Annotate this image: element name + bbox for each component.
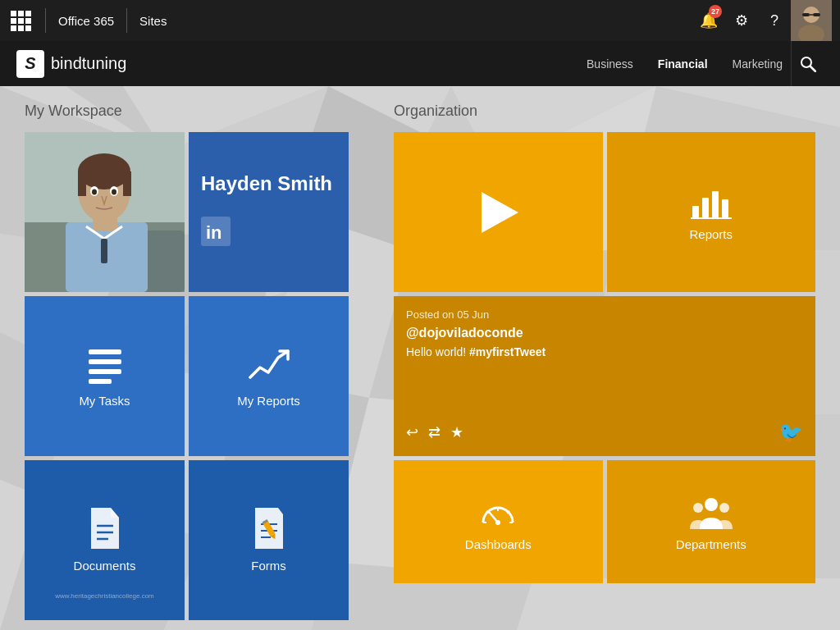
svg-line-7 [810, 66, 815, 71]
svg-rect-54 [89, 379, 112, 384]
svg-rect-65 [692, 206, 699, 217]
tweet-handle: @dojoviladoconde [406, 326, 803, 340]
logo-s-letter: S [25, 54, 35, 73]
dashboards-label: Dashboards [465, 537, 532, 551]
tweet-text-normal: Hello world! [406, 345, 469, 358]
svg-rect-53 [89, 369, 121, 374]
linkedin-logo: in [201, 217, 231, 246]
notification-bell-button[interactable]: 🔔 27 [692, 0, 725, 41]
main-content: My Workspace [0, 86, 840, 630]
watermark-text: www.heritagechristiancollege.com [25, 592, 185, 600]
svg-point-78 [693, 503, 703, 513]
svg-point-46 [92, 189, 97, 195]
reports-trend-icon [249, 345, 290, 384]
tweet-action-bar: ↩ ⇄ ★ 🐦 [406, 421, 803, 444]
svg-rect-4 [813, 13, 820, 16]
documents-tile[interactable]: Documents www.heritagechristiancollege.c… [25, 460, 185, 620]
forms-tile[interactable]: Forms [189, 460, 349, 620]
svg-rect-51 [89, 349, 121, 354]
profile-photo-image [25, 132, 185, 292]
forms-label: Forms [251, 559, 286, 573]
org-top-tiles: Reports [394, 132, 815, 292]
svg-rect-66 [702, 198, 709, 217]
dashboard-icon [478, 493, 518, 529]
office365-title[interactable]: Office 365 [50, 14, 122, 28]
organization-panel: Organization Reports [394, 103, 815, 614]
workspace-title: My Workspace [25, 103, 369, 120]
svg-rect-3 [802, 13, 810, 16]
my-tasks-tile[interactable]: My Tasks [25, 296, 185, 456]
waffle-grid-icon [11, 11, 31, 31]
svg-point-77 [705, 498, 718, 511]
svg-marker-64 [482, 192, 518, 233]
my-reports-label: My Reports [237, 394, 300, 408]
sites-link[interactable]: Sites [131, 14, 175, 28]
divider [45, 8, 46, 33]
twitter-bird-icon: 🐦 [778, 421, 803, 444]
tweet-tile[interactable]: Posted on 05 Jun @dojoviladoconde Hello … [394, 296, 815, 456]
user-avatar[interactable] [791, 0, 832, 41]
svg-point-79 [719, 503, 729, 513]
logo: S bindtuning [16, 50, 587, 78]
nav-financial[interactable]: Financial [658, 57, 708, 71]
play-tile[interactable] [394, 132, 603, 292]
svg-rect-52 [89, 359, 121, 364]
org-bottom-tiles: Dashboards Departmen [394, 460, 815, 583]
svg-text:in: in [206, 222, 222, 243]
waffle-button[interactable] [8, 8, 33, 33]
documents-label: Documents [74, 559, 136, 573]
avatar-image-icon [791, 0, 832, 41]
profile-photo-tile [25, 132, 185, 292]
top-bar: Office 365 Sites 🔔 27 ⚙ ? [0, 0, 840, 41]
tweet-date: Posted on 05 Jun [406, 308, 803, 321]
document-icon [86, 508, 124, 549]
organization-title: Organization [394, 103, 815, 120]
svg-rect-42 [78, 171, 86, 196]
svg-point-47 [112, 189, 116, 195]
bar-chart-icon [691, 183, 732, 219]
logo-text[interactable]: bindtuning [51, 54, 126, 73]
nav-business[interactable]: Business [587, 57, 633, 71]
reply-icon[interactable]: ↩ [406, 423, 418, 441]
nav-bar: S bindtuning Business Financial Marketin… [0, 41, 840, 86]
svg-rect-48 [101, 239, 107, 263]
svg-rect-67 [712, 191, 719, 217]
logo-icon: S [16, 50, 44, 78]
svg-line-76 [490, 513, 498, 523]
dashboards-tile[interactable]: Dashboards [394, 460, 603, 583]
tweet-text: Hello world! #myfirstTweet [406, 345, 803, 358]
play-icon [473, 188, 523, 237]
settings-button[interactable]: ⚙ [725, 0, 758, 41]
departments-tile[interactable]: Departments [607, 460, 816, 583]
departments-icon [690, 493, 733, 529]
profile-info-tile: Hayden Smith in [189, 132, 349, 292]
tasks-icon [84, 345, 126, 384]
divider2 [126, 8, 127, 33]
help-button[interactable]: ? [758, 0, 791, 41]
reports-tile[interactable]: Reports [607, 132, 816, 292]
tweet-content: Posted on 05 Jun @dojoviladoconde Hello … [406, 308, 803, 358]
notification-badge: 27 [709, 5, 722, 18]
workspace-tiles-grid: Hayden Smith in [25, 132, 369, 620]
retweet-icon[interactable]: ⇄ [428, 423, 441, 441]
content-wrapper: My Workspace [0, 86, 840, 630]
reports-tile-label: Reports [689, 227, 733, 241]
nav-links: Business Financial Marketing [587, 57, 783, 71]
forms-icon [250, 508, 288, 549]
tweet-action-icons: ↩ ⇄ ★ [406, 423, 463, 441]
svg-rect-68 [722, 199, 728, 217]
tweet-hashtag: #myfirstTweet [469, 345, 546, 358]
linkedin-icon[interactable]: in [201, 217, 336, 252]
nav-marketing[interactable]: Marketing [733, 57, 783, 71]
favorite-icon[interactable]: ★ [450, 423, 463, 441]
profile-name: Hayden Smith [201, 172, 336, 196]
my-reports-tile[interactable]: My Reports [189, 296, 349, 456]
workspace-panel: My Workspace [25, 103, 369, 614]
search-button[interactable] [791, 41, 824, 86]
svg-rect-43 [123, 171, 131, 196]
my-tasks-label: My Tasks [79, 394, 130, 408]
search-icon [800, 56, 816, 72]
departments-label: Departments [676, 537, 746, 551]
